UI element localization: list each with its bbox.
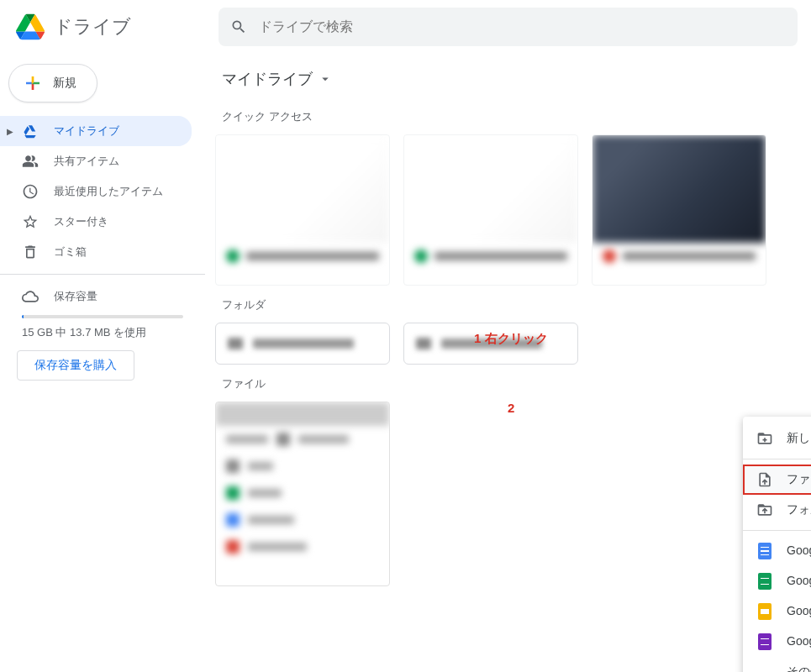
- divider: [743, 530, 811, 531]
- ctx-upload-folder[interactable]: フォルダをアップロード: [743, 495, 811, 525]
- upload-folder-icon: [756, 501, 773, 518]
- file-card[interactable]: [215, 402, 390, 586]
- breadcrumb-label: マイドライブ: [222, 69, 313, 89]
- search-input[interactable]: [259, 19, 786, 34]
- nav-trash[interactable]: ゴミ箱: [0, 237, 192, 267]
- ctx-google-docs[interactable]: Google ドキュメント ❯: [743, 536, 811, 566]
- nav-label: 最近使用したアイテム: [54, 184, 163, 199]
- quick-card[interactable]: [403, 134, 578, 286]
- upload-file-icon: [756, 471, 773, 488]
- logo-area[interactable]: ドライブ: [13, 10, 219, 44]
- folders-label: フォルダ: [222, 297, 811, 312]
- storage-label: 保存容量: [54, 289, 97, 304]
- quick-access-label: クイック アクセス: [222, 109, 811, 124]
- divider: [0, 274, 205, 275]
- ctx-label: Google スプレッドシート: [787, 574, 811, 589]
- nav-label: ゴミ箱: [54, 244, 87, 260]
- dropdown-icon: [318, 71, 333, 87]
- ctx-google-sheets[interactable]: Google スプレッドシート ❯: [743, 566, 811, 596]
- ctx-label: Google フォーム: [787, 634, 811, 649]
- sidebar: 新規 ▶ マイドライブ 共有アイテム 最近使用したアイテム スター付き ゴミ箱 …: [0, 54, 205, 672]
- folder-card[interactable]: [215, 323, 390, 365]
- new-folder-icon: [756, 430, 773, 447]
- quick-access-row: [215, 134, 811, 286]
- divider: [743, 459, 811, 459]
- new-label: 新規: [53, 76, 76, 91]
- annotation-1: 1 右クリック: [474, 331, 548, 347]
- plus-icon: [23, 73, 43, 93]
- storage-bar: [22, 315, 183, 318]
- ctx-other[interactable]: その他 ❯: [743, 657, 811, 672]
- docs-icon: [756, 543, 773, 559]
- main-panel: マイドライブ クイック アクセス フォルダ ファイル 1 右クリック 2: [205, 54, 811, 672]
- ctx-new-folder[interactable]: 新しいフォルダ: [743, 423, 811, 454]
- nav-label: スター付き: [54, 214, 108, 229]
- trash-icon: [22, 244, 39, 260]
- nav-my-drive[interactable]: ▶ マイドライブ: [0, 116, 192, 146]
- nav-label: マイドライブ: [54, 123, 119, 139]
- new-button[interactable]: 新規: [8, 64, 97, 102]
- search-bar[interactable]: [219, 8, 798, 46]
- nav-shared[interactable]: 共有アイテム: [0, 146, 192, 176]
- drive-icon: [22, 123, 39, 139]
- ctx-label: Google スライド: [787, 604, 811, 619]
- ctx-label: Google ドキュメント: [787, 543, 811, 559]
- storage-used-text: 15 GB 中 13.7 MB を使用: [0, 325, 205, 350]
- sheets-icon: [756, 573, 773, 590]
- slides-icon: [756, 603, 773, 620]
- cloud-icon: [22, 288, 39, 305]
- nav-storage[interactable]: 保存容量: [0, 281, 205, 312]
- ctx-label: フォルダをアップロード: [787, 502, 811, 517]
- clock-icon: [22, 183, 39, 200]
- product-name: ドライブ: [54, 14, 131, 39]
- shared-icon: [22, 153, 39, 170]
- ctx-google-forms[interactable]: Google フォーム ❯: [743, 627, 811, 657]
- nav-recent[interactable]: 最近使用したアイテム: [0, 176, 192, 207]
- ctx-label: 新しいフォルダ: [787, 431, 811, 446]
- ctx-upload-file[interactable]: ファイルをアップロード: [743, 465, 811, 495]
- quick-card[interactable]: [215, 134, 390, 286]
- header: ドライブ: [0, 0, 811, 54]
- nav-label: 共有アイテム: [54, 154, 119, 169]
- files-label: ファイル: [222, 376, 811, 391]
- annotation-2: 2: [508, 401, 514, 415]
- ctx-label: その他: [787, 664, 811, 672]
- star-icon: [22, 213, 39, 230]
- caret-icon: ▶: [7, 127, 13, 136]
- breadcrumb[interactable]: マイドライブ: [212, 64, 811, 94]
- forms-icon: [756, 633, 773, 650]
- drive-logo-icon: [13, 10, 47, 44]
- ctx-label: ファイルをアップロード: [787, 472, 811, 487]
- nav-starred[interactable]: スター付き: [0, 207, 192, 237]
- context-menu: 新しいフォルダ ファイルをアップロード フォルダをアップロード Google ド…: [743, 417, 811, 672]
- search-icon: [230, 18, 247, 35]
- spacer: [756, 664, 773, 672]
- quick-card[interactable]: [592, 134, 766, 286]
- buy-storage-button[interactable]: 保存容量を購入: [17, 350, 134, 381]
- ctx-google-slides[interactable]: Google スライド ❯: [743, 596, 811, 627]
